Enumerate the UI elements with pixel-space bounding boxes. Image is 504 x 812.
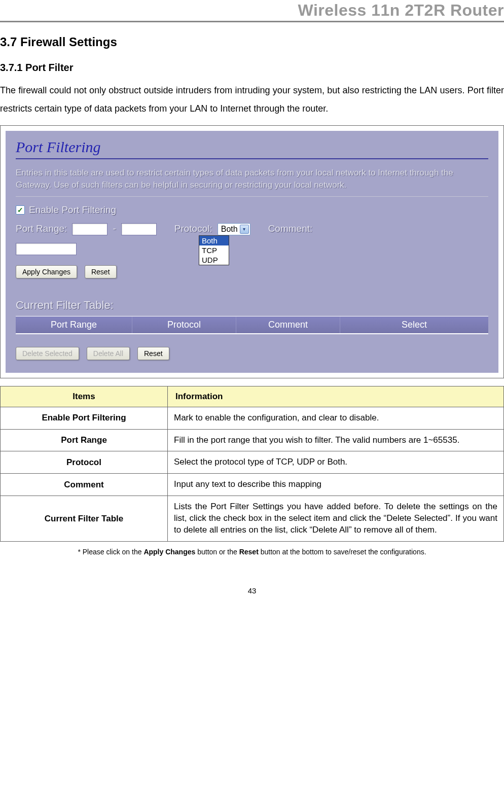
- desc-cell: Lists the Port Filter Settings you have …: [168, 496, 504, 542]
- form-row: Port Range: - Protocol: Both ▾ Comment: …: [16, 223, 488, 235]
- table-row: Current Filter Table Lists the Port Filt…: [1, 496, 504, 542]
- enable-port-filtering-label: Enable Port Filtering: [29, 204, 116, 216]
- comment-label: Comment:: [268, 223, 313, 234]
- protocol-option-udp[interactable]: UDP: [199, 255, 229, 265]
- item-cell: Port Range: [1, 429, 168, 451]
- button-row-2: Delete Selected Delete All Reset: [16, 347, 488, 360]
- title-underline: [16, 158, 488, 159]
- item-cell: Enable Port Filtering: [1, 407, 168, 429]
- apply-changes-button[interactable]: Apply Changes: [16, 265, 77, 278]
- screenshot-container: Port Filtering Entries in this table are…: [0, 125, 504, 378]
- item-cell: Current Filter Table: [1, 496, 168, 542]
- protocol-selected-value: Both: [221, 225, 238, 234]
- item-cell: Comment: [1, 474, 168, 496]
- header-bar: Wireless 11n 2T2R Router: [0, 0, 504, 22]
- protocol-label: Protocol:: [174, 223, 212, 234]
- intro-paragraph: The firewall could not only obstruct out…: [0, 81, 504, 118]
- table-row: Protocol Select the protocol type of TCP…: [1, 451, 504, 474]
- protocol-select[interactable]: Both ▾: [218, 223, 250, 235]
- table-row: Port Range Fill in the port range that y…: [1, 429, 504, 451]
- table-row: Enable Port Filtering Mark to enable the…: [1, 407, 504, 429]
- port-filtering-description: Entries in this table are used to restri…: [16, 167, 488, 191]
- enable-row: ✓ Enable Port Filtering: [16, 204, 488, 216]
- protocol-option-tcp[interactable]: TCP: [199, 245, 229, 255]
- th-select: Select: [340, 316, 488, 333]
- divider: [16, 196, 488, 197]
- th-comment: Comment: [236, 316, 340, 333]
- footnote-mid: button or the: [195, 548, 239, 556]
- reset-button[interactable]: Reset: [85, 265, 117, 278]
- protocol-option-both[interactable]: Both: [199, 236, 229, 245]
- chevron-down-icon: ▾: [240, 225, 249, 234]
- port-range-start-input[interactable]: [72, 223, 107, 235]
- reset-button-2[interactable]: Reset: [137, 347, 169, 360]
- info-table-header-information: Information: [168, 386, 504, 407]
- comment-input-row: [16, 243, 488, 255]
- desc-cell: Input any text to describe this mapping: [168, 474, 504, 496]
- footnote-prefix: * Please click on the: [78, 548, 143, 556]
- item-cell: Protocol: [1, 451, 168, 474]
- port-range-dash: -: [113, 223, 116, 234]
- port-range-label: Port Range:: [16, 223, 67, 234]
- port-filtering-title: Port Filtering: [16, 138, 488, 156]
- footnote-bold-reset: Reset: [239, 548, 259, 556]
- enable-port-filtering-checkbox[interactable]: ✓: [16, 205, 25, 215]
- footnote-suffix: button at the bottom to save/reset the c…: [259, 548, 426, 556]
- desc-cell: Fill in the port range that you wish to …: [168, 429, 504, 451]
- protocol-dropdown-list: Both TCP UDP: [199, 235, 229, 265]
- desc-cell: Select the protocol type of TCP, UDP or …: [168, 451, 504, 474]
- current-filter-table-title: Current Filter Table:: [16, 299, 488, 312]
- delete-selected-button[interactable]: Delete Selected: [16, 347, 79, 360]
- info-table-header-items: Items: [1, 386, 168, 407]
- delete-all-button[interactable]: Delete All: [87, 347, 130, 360]
- footnote-bold-apply: Apply Changes: [143, 548, 195, 556]
- header-title: Wireless 11n 2T2R Router: [298, 1, 504, 19]
- page-number: 43: [0, 586, 504, 595]
- subsection-heading: 3.7.1 Port Filter: [0, 62, 504, 74]
- th-port-range: Port Range: [16, 316, 132, 333]
- info-table-header-row: Items Information: [1, 386, 504, 407]
- desc-cell: Mark to enable the configuration, and cl…: [168, 407, 504, 429]
- screenshot-inner: Port Filtering Entries in this table are…: [6, 131, 498, 373]
- table-row: Comment Input any text to describe this …: [1, 474, 504, 496]
- footnote: * Please click on the Apply Changes butt…: [0, 548, 504, 556]
- info-table: Items Information Enable Port Filtering …: [0, 386, 504, 542]
- comment-input[interactable]: [16, 243, 77, 255]
- filter-table-header: Port Range Protocol Comment Select: [16, 316, 488, 334]
- th-protocol: Protocol: [132, 316, 236, 333]
- button-row-1: Apply Changes Reset: [16, 265, 488, 278]
- port-range-end-input[interactable]: [121, 223, 157, 235]
- section-heading: 3.7 Firewall Settings: [0, 35, 504, 49]
